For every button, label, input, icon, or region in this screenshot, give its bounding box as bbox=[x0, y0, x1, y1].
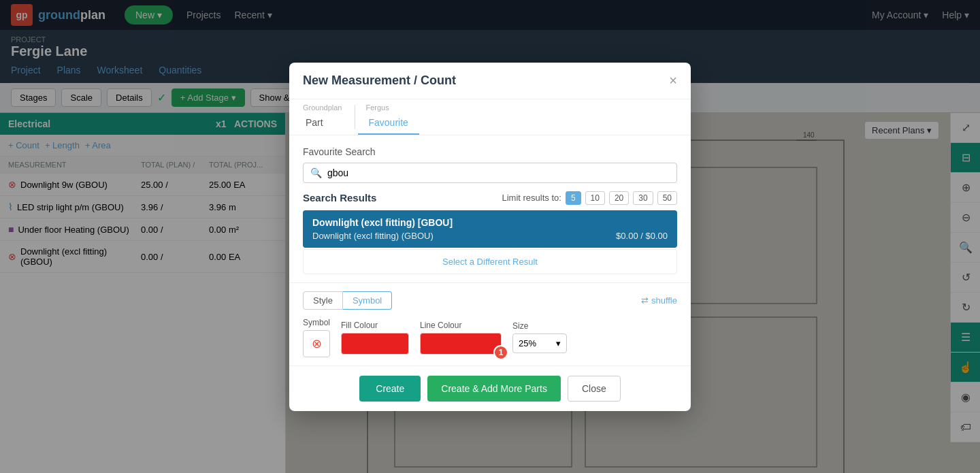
style-tab-symbol[interactable]: Symbol bbox=[343, 291, 392, 310]
search-icon: 🔍 bbox=[310, 167, 322, 178]
results-title: Search Results bbox=[303, 192, 376, 203]
line-colour-swatch[interactable] bbox=[420, 333, 502, 355]
style-section: Style Symbol ⇄ shuffle Symbol ⊗ Fill Col… bbox=[289, 282, 691, 365]
search-input[interactable] bbox=[327, 167, 670, 178]
tab-group-groundplan: Groundplan Part bbox=[295, 99, 350, 135]
create-button[interactable]: Create bbox=[359, 376, 421, 402]
chevron-down-icon: ▾ bbox=[556, 338, 561, 348]
results-section: Search Results Limit results to: 5 10 20… bbox=[289, 191, 691, 282]
size-select[interactable]: 25% ▾ bbox=[512, 333, 567, 353]
results-header: Search Results Limit results to: 5 10 20… bbox=[303, 191, 677, 205]
result-item[interactable]: Downlight (excl fitting) [GBOU] Downligh… bbox=[303, 210, 677, 248]
symbol-control: Symbol ⊗ bbox=[303, 318, 330, 357]
search-section: Favourite Search 🔍 bbox=[289, 135, 691, 191]
shuffle-button[interactable]: ⇄ shuffle bbox=[641, 295, 677, 306]
size-control: Size 25% ▾ bbox=[512, 321, 567, 353]
limit-label: Limit results to: bbox=[502, 193, 561, 203]
style-tab-style[interactable]: Style bbox=[303, 291, 343, 310]
limit-10[interactable]: 10 bbox=[585, 191, 605, 205]
limit-section: Limit results to: 5 10 20 30 50 bbox=[502, 191, 677, 205]
tab-group-groundplan-label: Groundplan bbox=[295, 99, 350, 113]
tab-group-fergus: Fergus Favourite bbox=[358, 99, 419, 135]
result-item-subtitle: Downlight (excl fitting) (GBOU) bbox=[312, 231, 434, 241]
line-colour-control: Line Colour 1 bbox=[420, 321, 502, 355]
fill-colour-label: Fill Colour bbox=[341, 321, 409, 330]
result-item-title: Downlight (excl fitting) [GBOU] bbox=[312, 217, 668, 228]
tab-separator bbox=[355, 105, 355, 129]
style-tabs: Style Symbol ⇄ shuffle bbox=[303, 291, 677, 310]
modal-header: New Measurement / Count × bbox=[289, 63, 691, 99]
style-controls: Symbol ⊗ Fill Colour Line Colour 1 Size bbox=[303, 318, 677, 357]
tab-favourite[interactable]: Favourite bbox=[358, 113, 419, 135]
modal-overlay[interactable]: New Measurement / Count × Groundplan Par… bbox=[0, 0, 980, 473]
search-input-wrap: 🔍 bbox=[303, 163, 677, 183]
result-item-sub: Downlight (excl fitting) (GBOU) $0.00 / … bbox=[312, 231, 668, 241]
badge-1: 1 bbox=[493, 345, 508, 360]
style-tab-buttons: Style Symbol bbox=[303, 291, 392, 310]
create-more-button[interactable]: Create & Add More Parts bbox=[427, 376, 561, 402]
line-colour-wrap: 1 bbox=[420, 333, 502, 355]
limit-50[interactable]: 50 bbox=[657, 191, 677, 205]
close-button[interactable]: Close bbox=[568, 376, 621, 402]
shuffle-icon: ⇄ bbox=[641, 295, 649, 306]
select-different-button[interactable]: Select a Different Result bbox=[303, 249, 677, 274]
limit-20[interactable]: 20 bbox=[609, 191, 629, 205]
search-label: Favourite Search bbox=[303, 146, 677, 157]
modal-footer: Create Create & Add More Parts Close bbox=[289, 365, 691, 411]
line-colour-label: Line Colour bbox=[420, 321, 502, 330]
modal-close-button[interactable]: × bbox=[669, 74, 677, 87]
size-label: Size bbox=[512, 321, 567, 331]
result-item-price: $0.00 / $0.00 bbox=[616, 231, 668, 241]
symbol-label: Symbol bbox=[303, 318, 330, 327]
modal: New Measurement / Count × Groundplan Par… bbox=[289, 63, 691, 411]
limit-5[interactable]: 5 bbox=[566, 191, 581, 205]
modal-title: New Measurement / Count bbox=[303, 74, 456, 88]
limit-30[interactable]: 30 bbox=[633, 191, 653, 205]
tab-group-fergus-label: Fergus bbox=[358, 99, 419, 113]
modal-tabs: Groundplan Part Fergus Favourite bbox=[289, 99, 691, 135]
fill-colour-control: Fill Colour bbox=[341, 321, 409, 355]
fill-colour-swatch[interactable] bbox=[341, 333, 409, 355]
tab-part[interactable]: Part bbox=[295, 113, 350, 135]
symbol-preview[interactable]: ⊗ bbox=[303, 330, 330, 357]
